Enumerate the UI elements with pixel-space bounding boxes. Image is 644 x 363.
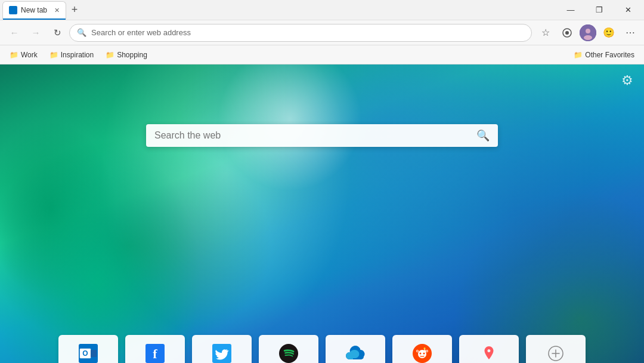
back-button[interactable]: ← <box>5 23 24 42</box>
page-search-input[interactable] <box>154 130 470 141</box>
svg-point-3 <box>584 35 592 40</box>
minimize-button[interactable]: — <box>557 0 584 20</box>
title-bar: New tab ✕ + — ❐ ✕ <box>0 0 644 20</box>
quick-link-onedrive[interactable]: OneDrive <box>326 335 385 363</box>
bookmark-work-label: Work <box>21 51 38 59</box>
more-button[interactable]: ⋯ <box>621 24 639 42</box>
svg-text:O: O <box>82 349 88 358</box>
url-text: Search or enter web address <box>91 28 524 37</box>
quick-link-outlook[interactable]: O Outlook <box>58 335 118 363</box>
twitter-icon <box>212 344 231 364</box>
other-favorites-label: Other Favorites <box>585 51 634 59</box>
tab-close-button[interactable]: ✕ <box>54 7 60 14</box>
page-search-container: 🔍 <box>146 124 498 147</box>
page-search-button[interactable]: 🔍 <box>476 129 490 142</box>
window-controls: — ❐ ✕ <box>557 0 642 20</box>
quick-link-add[interactable] <box>526 335 586 363</box>
tab-label: New tab <box>21 6 47 14</box>
wave-teal <box>0 64 644 363</box>
svg-point-2 <box>586 29 590 33</box>
page-settings-button[interactable]: ⚙ <box>621 73 633 88</box>
svg-point-20 <box>417 350 418 352</box>
onedrive-icon <box>345 345 366 364</box>
other-favorites[interactable]: 📁 Other Favorites <box>569 49 639 61</box>
bookmark-shopping-label: Shopping <box>117 51 147 59</box>
bookmarks-bar: 📁 Work 📁 Inspiration 📁 Shopping 📁 Other … <box>0 45 644 64</box>
profile-button[interactable] <box>580 24 596 41</box>
facebook-icon: f <box>145 344 165 364</box>
tab-area: New tab ✕ + <box>2 1 557 19</box>
airbnb-icon <box>479 344 499 364</box>
new-tab-page: ⚙ 🔍 O Outlook <box>0 64 644 363</box>
quick-link-reddit[interactable]: Reddit <box>392 335 452 363</box>
svg-point-21 <box>424 347 426 349</box>
quick-link-airbnb[interactable]: Airbnb <box>459 335 519 363</box>
url-bar[interactable]: 🔍 Search or enter web address <box>69 24 532 42</box>
maximize-button[interactable]: ❐ <box>586 0 613 20</box>
svg-point-12 <box>279 344 298 363</box>
svg-point-15 <box>420 352 422 354</box>
emoji-button[interactable]: 🙂 <box>600 24 618 42</box>
spotify-icon <box>279 344 298 364</box>
reddit-icon <box>413 344 432 364</box>
outlook-icon: O <box>79 344 98 364</box>
quick-link-twitter[interactable]: Twitter <box>192 335 252 363</box>
bookmark-inspiration-label: Inspiration <box>61 51 94 59</box>
active-tab[interactable]: New tab ✕ <box>2 1 66 19</box>
bookmark-folder-icon: 📁 <box>106 51 114 59</box>
address-icons: ☆ 🙂 ⋯ <box>537 24 639 42</box>
quick-link-facebook[interactable]: f Facebook <box>125 335 185 363</box>
address-bar: ← → ↻ 🔍 Search or enter web address ☆ 🙂 … <box>0 20 644 45</box>
svg-point-18 <box>426 350 428 352</box>
add-icon <box>547 345 564 363</box>
page-search-bar[interactable]: 🔍 <box>146 124 498 147</box>
quick-links: O Outlook f Facebook <box>58 335 586 363</box>
close-button[interactable]: ✕ <box>614 0 642 20</box>
bookmark-shopping[interactable]: 📁 Shopping <box>101 49 152 61</box>
bookmark-inspiration[interactable]: 📁 Inspiration <box>45 49 98 61</box>
collections-button[interactable] <box>558 24 576 42</box>
new-tab-button[interactable]: + <box>66 2 83 19</box>
tab-favicon <box>9 6 17 14</box>
svg-rect-8 <box>91 350 97 357</box>
other-favorites-icon: 📁 <box>574 51 583 59</box>
svg-text:f: f <box>153 346 157 361</box>
bookmark-folder-icon: 📁 <box>49 51 58 59</box>
url-search-icon: 🔍 <box>77 28 86 37</box>
bookmark-work[interactable]: 📁 Work <box>5 49 42 61</box>
favorites-button[interactable]: ☆ <box>537 24 555 42</box>
svg-point-16 <box>423 352 425 354</box>
refresh-button[interactable]: ↻ <box>48 23 67 42</box>
bookmark-folder-icon: 📁 <box>10 51 18 59</box>
quick-link-spotify[interactable]: Spotify <box>259 335 318 363</box>
forward-button[interactable]: → <box>26 23 45 42</box>
